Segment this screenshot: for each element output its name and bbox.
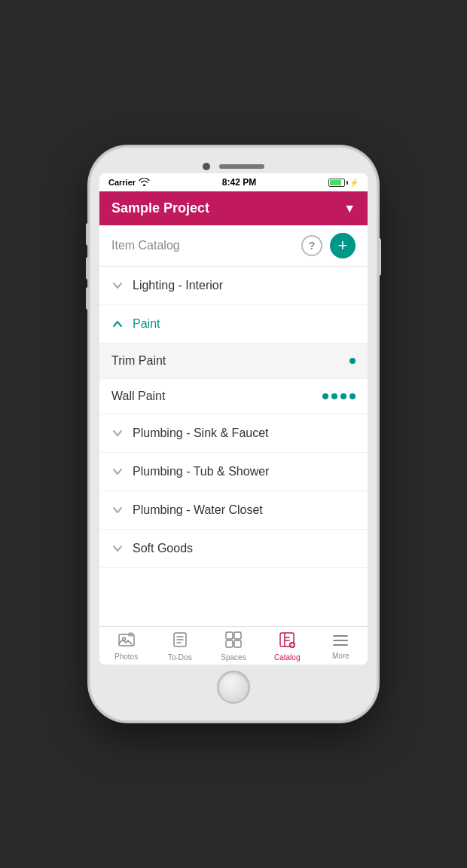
status-bar: Carrier 8:42 PM ⚡ [99, 173, 368, 191]
wall-paint-label: Wall Paint [111, 390, 322, 403]
svg-rect-8 [234, 632, 241, 639]
question-icon: ? [309, 240, 316, 252]
spaces-nav-label: Spaces [221, 653, 246, 662]
phone-bottom-bar [99, 665, 368, 711]
plumbing-water-label: Plumbing - Water Closet [133, 503, 356, 517]
list-item-lighting-interior[interactable]: Lighting - Interior [99, 267, 368, 305]
catalog-list: Lighting - Interior Paint Trim Paint Wal… [99, 267, 368, 626]
status-time: 8:42 PM [222, 177, 256, 188]
dot-4 [349, 393, 356, 399]
sub-item-trim-paint[interactable]: Trim Paint [99, 344, 368, 379]
spaces-icon [225, 631, 242, 652]
nav-item-more[interactable]: More [314, 633, 368, 660]
toolbar-actions: ? + [301, 233, 356, 258]
dot-1 [349, 358, 356, 364]
wifi-icon [139, 178, 150, 188]
svg-rect-7 [226, 632, 233, 639]
catalog-nav-label: Catalog [274, 653, 300, 662]
photos-icon [118, 632, 135, 651]
battery-tip [346, 181, 348, 185]
soft-goods-label: Soft Goods [133, 542, 356, 555]
trim-paint-dots [349, 358, 356, 364]
lightning-icon: ⚡ [349, 179, 359, 187]
svg-rect-9 [226, 640, 233, 647]
add-button[interactable]: + [330, 233, 356, 258]
header-dropdown-icon[interactable]: ▼ [343, 202, 356, 215]
list-item-plumbing-tub[interactable]: Plumbing - Tub & Shower [99, 453, 368, 491]
chevron-up-icon [111, 318, 124, 330]
plus-icon: + [338, 237, 348, 254]
plumbing-sink-label: Plumbing - Sink & Faucet [133, 426, 356, 440]
speaker [219, 164, 264, 169]
chevron-down-icon [111, 542, 124, 555]
dot-3 [340, 393, 346, 399]
list-item-paint[interactable]: Paint [99, 305, 368, 344]
toolbar: Item Catalog ? + [99, 225, 368, 267]
chevron-down-icon [111, 427, 124, 439]
todos-nav-label: To-Dos [168, 653, 192, 662]
home-button[interactable] [217, 671, 250, 704]
chevron-down-icon [111, 466, 124, 478]
chevron-down-icon [111, 280, 124, 292]
lighting-interior-label: Lighting - Interior [133, 279, 356, 292]
nav-item-todos[interactable]: To-Dos [153, 631, 206, 662]
chevron-down-icon [111, 504, 124, 516]
trim-paint-label: Trim Paint [111, 354, 349, 368]
phone-top-bar [99, 157, 368, 173]
bottom-nav: Photos To-Dos [99, 626, 368, 665]
list-item-plumbing-water[interactable]: Plumbing - Water Closet [99, 491, 368, 530]
plumbing-tub-label: Plumbing - Tub & Shower [133, 465, 356, 478]
front-camera [203, 163, 210, 170]
battery-fill [330, 180, 341, 185]
paint-label: Paint [133, 317, 356, 331]
more-icon [332, 633, 349, 650]
nav-item-photos[interactable]: Photos [99, 632, 153, 661]
phone-frame: Carrier 8:42 PM ⚡ Sample P [90, 148, 377, 720]
status-left: Carrier [108, 178, 150, 188]
toolbar-title: Item Catalog [111, 239, 180, 252]
battery-icon [328, 179, 345, 187]
svg-rect-10 [234, 640, 241, 647]
catalog-icon [279, 631, 295, 652]
header-bar[interactable]: Sample Project ▼ [99, 191, 368, 225]
sub-item-wall-paint[interactable]: Wall Paint [99, 379, 368, 414]
nav-item-spaces[interactable]: Spaces [206, 631, 260, 662]
list-item-soft-goods[interactable]: Soft Goods [99, 530, 368, 568]
todos-icon [172, 631, 188, 652]
dot-2 [331, 393, 337, 399]
status-right: ⚡ [328, 179, 359, 187]
nav-item-catalog[interactable]: Catalog [261, 631, 314, 662]
wall-paint-dots [322, 393, 356, 399]
more-nav-label: More [332, 652, 349, 660]
dot-1 [322, 393, 328, 399]
photos-nav-label: Photos [114, 653, 138, 661]
help-button[interactable]: ? [301, 235, 322, 256]
carrier-label: Carrier [108, 178, 136, 187]
list-item-plumbing-sink[interactable]: Plumbing - Sink & Faucet [99, 414, 368, 453]
project-title: Sample Project [111, 200, 209, 216]
phone-screen: Carrier 8:42 PM ⚡ Sample P [99, 173, 368, 665]
